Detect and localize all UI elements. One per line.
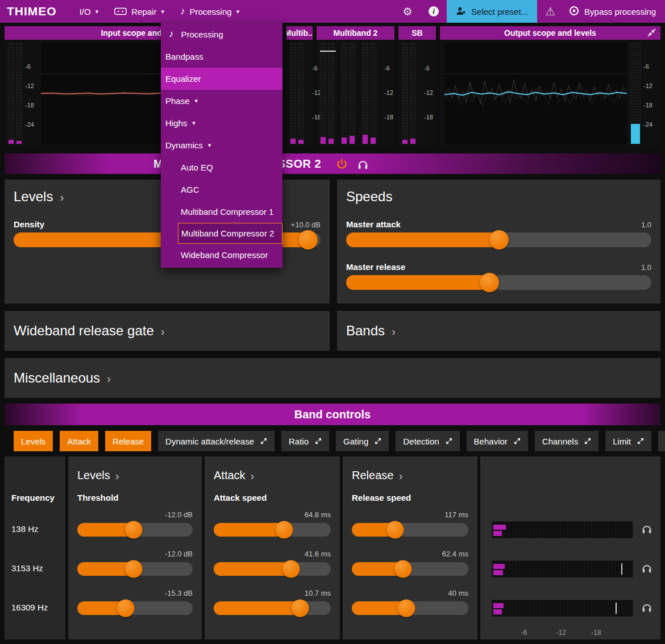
collapse-icon[interactable] (647, 28, 656, 39)
menu-item-auto-eq[interactable]: Auto EQ (161, 156, 282, 178)
settings-button[interactable]: ⚙ (394, 0, 421, 23)
select-preset-label: Select preset... (471, 7, 528, 16)
expand-icon (514, 438, 521, 444)
scale-label: -18 (643, 102, 652, 109)
slider-thumb[interactable] (386, 521, 404, 539)
scale-label: -12 (424, 89, 433, 96)
slider-thumb[interactable] (489, 230, 509, 250)
tab-behavior[interactable]: Behavior (467, 431, 528, 451)
slider-thumb[interactable] (394, 560, 412, 578)
threshold-slider-band1[interactable] (77, 523, 193, 537)
slider-thumb[interactable] (398, 600, 415, 617)
scale-label: -6 (312, 65, 318, 72)
release-slider-band3[interactable] (352, 601, 468, 615)
meter-bar (362, 43, 368, 144)
wideband-release-gate-title[interactable]: Wideband release gate › (14, 323, 165, 339)
band-attack-title[interactable]: Attack › (214, 456, 331, 485)
app-window: THIMEO I/O ▾ Repair ▾ ♪ Processing ▾ ⚙ i (0, 0, 665, 644)
menu-item-multiband-compressor-2[interactable]: Multiband Compressor 2 (178, 223, 282, 244)
menu-item-multiband-compressor-1[interactable]: Multiband Compressor 1 (161, 201, 282, 223)
menu-item-dynamics[interactable]: Dynamics ▾ (161, 134, 282, 156)
repair-icon (114, 7, 127, 15)
threshold-slider-band3[interactable] (77, 601, 193, 615)
menu-item-agc[interactable]: AGC (161, 178, 282, 201)
band1-gain-meter (492, 521, 633, 538)
attack-slider-band3[interactable] (214, 601, 331, 615)
warning-button[interactable]: ⚠ (537, 0, 563, 23)
slider-fill (346, 232, 499, 247)
multiband2-header: Multiband 2 (317, 26, 394, 40)
band-controls-title: Band controls (294, 408, 371, 421)
select-preset-button[interactable]: Select preset... (447, 0, 537, 23)
slider-thumb[interactable] (125, 521, 143, 539)
bands-title-text: Bands (346, 323, 385, 339)
tab-levels[interactable]: Levels (14, 431, 53, 451)
threshold-slider-band2[interactable] (77, 562, 193, 576)
tab-band-mix[interactable]: Band mix (658, 431, 665, 451)
menu-io[interactable]: I/O ▾ (72, 0, 107, 23)
tab-detection[interactable]: Detection (396, 431, 459, 451)
info-button[interactable]: i (421, 0, 447, 23)
master-release-slider[interactable] (346, 275, 651, 290)
headphones-icon[interactable] (641, 523, 652, 536)
slider-thumb[interactable] (125, 560, 143, 578)
slider-thumb[interactable] (275, 521, 293, 539)
release-slider-band1[interactable] (352, 523, 468, 537)
slider-thumb[interactable] (117, 600, 135, 617)
tab-label: Limit (613, 437, 631, 446)
tab-ratio[interactable]: Ratio (281, 431, 329, 451)
slider-fill (346, 275, 489, 290)
tab-channels[interactable]: Channels (535, 431, 598, 451)
master-attack-value: 1.0 (641, 221, 651, 229)
tab-label: Gating (343, 437, 368, 446)
frequency-column: Frequency 138 Hz 3153 Hz 16309 Hz (5, 456, 65, 639)
headphones-icon[interactable] (641, 602, 652, 614)
scale-label: -6 (643, 63, 649, 70)
release-slider-band2[interactable] (352, 562, 468, 576)
headphones-button[interactable] (357, 159, 369, 169)
threshold-header: Threshold (77, 485, 193, 504)
tab-gating[interactable]: Gating (336, 431, 389, 451)
band2-gain-meter (492, 560, 633, 577)
master-release-value: 1.0 (641, 263, 651, 272)
band-release-column: Release › Release speed 117 ms 62.4 ms 4… (343, 456, 477, 639)
tab-label: Attack (67, 437, 91, 446)
output-scope-title: Output scope and levels (504, 28, 596, 38)
bypass-processing-button[interactable]: Bypass processing (563, 6, 658, 18)
master-attack-slider[interactable] (346, 232, 651, 247)
power-button[interactable] (336, 158, 348, 170)
chevron-right-icon: › (392, 325, 396, 337)
attack-value: 64.8 ms (214, 504, 331, 521)
menu-item-wideband-compressor[interactable]: Wideband Compressor (161, 244, 282, 266)
menu-processing[interactable]: ♪ Processing ▾ (172, 0, 247, 23)
tab-release[interactable]: Release (105, 431, 151, 451)
user-preset-icon (456, 6, 466, 17)
menu-item-highs[interactable]: Highs ▾ (161, 112, 282, 134)
tab-limit[interactable]: Limit (605, 431, 651, 451)
scale-label: -12 (556, 629, 566, 637)
output-meter-scale: -6 -12 -18 -24 (642, 43, 658, 144)
tab-attack[interactable]: Attack (60, 431, 98, 451)
slider-thumb[interactable] (282, 560, 300, 578)
menu-item-equalizer[interactable]: Equalizer (161, 68, 282, 90)
menu-item-label: Wideband Compressor (181, 250, 268, 260)
slider-thumb[interactable] (292, 600, 309, 617)
meter-bar (341, 43, 347, 144)
tab-dynamic-attack-release[interactable]: Dynamic attack/release (158, 431, 275, 451)
chevron-down-icon: ▾ (192, 119, 196, 127)
menu-item-phase[interactable]: Phase ▾ (161, 90, 282, 112)
menu-item-bandpass[interactable]: Bandpass (161, 45, 282, 68)
slider-thumb[interactable] (480, 273, 499, 292)
headphones-icon[interactable] (641, 563, 652, 575)
band-levels-title[interactable]: Levels › (77, 456, 193, 485)
scale-label: -6 (384, 65, 390, 72)
topbar-right-group: ⚙ i Select preset... ⚠ Bypass processing (394, 0, 658, 23)
attack-slider-band2[interactable] (214, 562, 331, 576)
band-release-title[interactable]: Release › (352, 456, 468, 485)
slider-thumb[interactable] (298, 230, 318, 250)
attack-slider-band1[interactable] (214, 523, 331, 537)
bands-panel-title[interactable]: Bands › (346, 323, 396, 339)
miscellaneous-panel-title[interactable]: Miscellaneous › (14, 370, 111, 386)
menu-repair[interactable]: Repair ▾ (106, 0, 172, 23)
bands-panel: Bands › (337, 311, 660, 351)
